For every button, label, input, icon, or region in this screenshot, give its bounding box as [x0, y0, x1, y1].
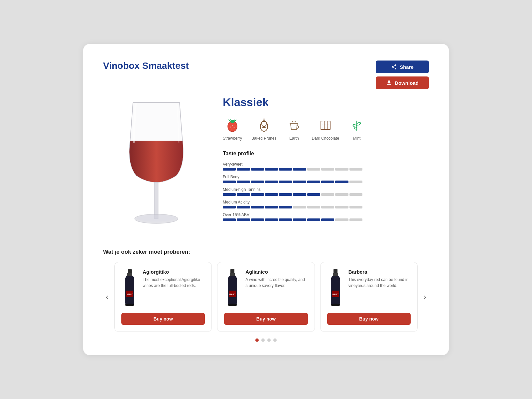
svg-text:MAURY: MAURY: [332, 293, 339, 295]
svg-point-6: [234, 127, 235, 128]
bar-track-tannins: [223, 193, 362, 196]
svg-rect-26: [333, 273, 338, 276]
flavor-earth: Earth: [286, 117, 302, 141]
svg-text:MAURY: MAURY: [127, 293, 133, 295]
svg-rect-10: [321, 121, 330, 130]
recommendations-section: Wat je ook zeker moet proberen: ‹ MAURY: [103, 249, 429, 342]
recommendations-title: Wat je ook zeker moet proberen:: [103, 249, 429, 255]
download-button[interactable]: Download: [376, 76, 429, 89]
flavor-strawberry: Strawberry: [223, 117, 242, 141]
taste-profile: Taste profile Very-sweet: [223, 151, 429, 221]
carousel-next-button[interactable]: ›: [421, 290, 429, 304]
strawberry-icon: [224, 117, 241, 133]
carousel-prev-button[interactable]: ‹: [103, 290, 111, 304]
flavor-baked-prunes: Baked Prunes: [251, 117, 276, 141]
svg-point-29: [331, 304, 340, 306]
header-buttons: Share Download: [376, 61, 429, 89]
header: Vinobox Smaaktest Share Download: [103, 61, 429, 89]
earth-label: Earth: [289, 136, 299, 141]
wine-glass-container: [103, 92, 209, 232]
wine-card-desc-2: A wine with incredible quality, and a un…: [245, 277, 308, 289]
detail-panel: Klassiek: [223, 92, 429, 221]
taste-profile-title: Taste profile: [223, 151, 429, 157]
svg-rect-0: [154, 182, 158, 219]
share-button[interactable]: Share: [376, 61, 429, 73]
bar-track-acidity: [223, 206, 362, 208]
flavor-icons: Strawberry Baked Prunes: [223, 117, 429, 141]
share-icon: [391, 64, 397, 70]
page-title: Vinobox Smaaktest: [103, 61, 189, 71]
svg-point-5: [232, 125, 233, 126]
baked-prunes-label: Baked Prunes: [251, 136, 276, 141]
taste-row-abv: Over 15% ABV: [223, 212, 362, 221]
carousel-container: ‹ MAURY: [103, 262, 429, 332]
wine-bottle-2: MAURY: [224, 269, 241, 309]
buy-button-1[interactable]: Buy now: [121, 313, 205, 325]
wine-card-name-2: Aglianico: [245, 269, 308, 275]
taste-row-very-sweet: Very-sweet: [223, 162, 362, 171]
dot-4[interactable]: [273, 338, 277, 342]
wine-card-barbera: MAURY Barbera This everyday red can be f…: [320, 262, 418, 332]
mint-label: Mint: [353, 136, 361, 141]
wine-bottle-1: MAURY: [121, 269, 138, 309]
mint-icon: [348, 117, 365, 133]
wine-card-name-1: Agiorgitiko: [143, 269, 205, 275]
wine-glass-image: [113, 92, 200, 232]
taste-label-acidity: Medium Acidity: [223, 200, 362, 204]
wine-card-desc-3: This everyday red can be found in vineya…: [348, 277, 411, 289]
wine-name: Klassiek: [223, 96, 429, 109]
taste-label-abv: Over 15% ABV: [223, 212, 362, 217]
dark-chocolate-label: Dark Chocolate: [312, 136, 339, 141]
buy-button-2[interactable]: Buy now: [224, 313, 308, 325]
baked-prunes-icon: [256, 117, 272, 133]
svg-text:MAURY: MAURY: [229, 293, 236, 295]
carousel-dots: [103, 338, 429, 342]
flavor-dark-chocolate: Dark Chocolate: [312, 117, 339, 141]
svg-rect-21: [230, 273, 235, 276]
taste-label-full-body: Full Body: [223, 175, 362, 179]
bar-track-abv: [223, 218, 362, 221]
taste-bars: Very-sweet: [223, 162, 362, 221]
svg-point-19: [125, 304, 134, 306]
buy-button-3[interactable]: Buy now: [327, 313, 411, 325]
main-card: Vinobox Smaaktest Share Download: [83, 44, 449, 355]
strawberry-label: Strawberry: [223, 136, 242, 141]
taste-row-acidity: Medium Acidity: [223, 200, 362, 208]
bar-track-very-sweet: [223, 168, 362, 171]
taste-row-full-body: Full Body: [223, 175, 362, 183]
share-label: Share: [400, 64, 414, 70]
svg-point-7: [231, 129, 232, 130]
download-label: Download: [395, 80, 419, 86]
taste-label-tannins: Medium-high Tannins: [223, 187, 362, 192]
main-content: Klassiek: [103, 92, 429, 232]
download-icon: [386, 80, 392, 86]
wine-card-desc-1: The most exceptional Agiorgitiko wines a…: [143, 277, 205, 289]
dot-1[interactable]: [255, 338, 259, 342]
wine-cards: MAURY Agiorgitiko The most exceptional A…: [114, 262, 418, 332]
taste-label-very-sweet: Very-sweet: [223, 162, 362, 167]
wine-card-name-3: Barbera: [348, 269, 411, 275]
wine-card-aglianico: MAURY Aglianico A wine with incredible q…: [217, 262, 315, 332]
flavor-mint: Mint: [348, 117, 365, 141]
earth-icon: [286, 117, 302, 133]
wine-bottle-3: MAURY: [327, 269, 344, 309]
bar-track-full-body: [223, 181, 362, 183]
taste-row-tannins: Medium-high Tannins: [223, 187, 362, 196]
svg-point-2: [137, 215, 176, 221]
wine-card-agiorgitiko: MAURY Agiorgitiko The most exceptional A…: [114, 262, 212, 332]
dark-chocolate-icon: [317, 117, 334, 133]
dot-2[interactable]: [261, 338, 265, 342]
dot-3[interactable]: [267, 338, 271, 342]
svg-point-4: [230, 127, 231, 128]
svg-rect-16: [127, 273, 132, 276]
svg-point-24: [228, 304, 237, 306]
